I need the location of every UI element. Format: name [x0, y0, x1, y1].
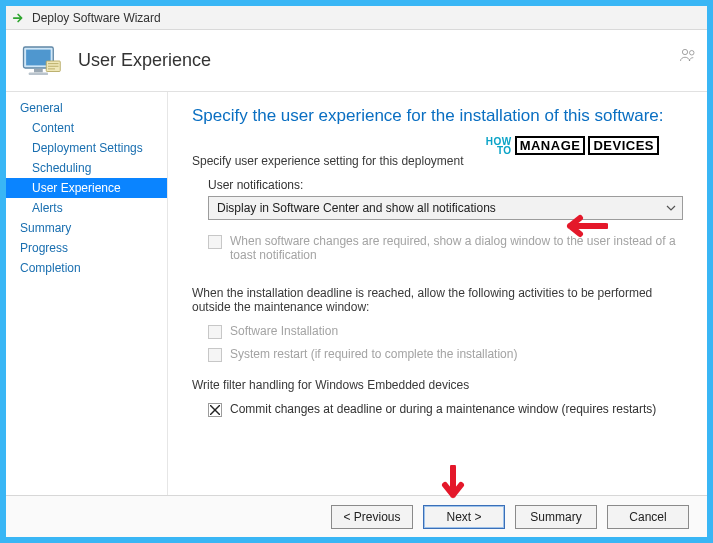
sidebar-item-completion[interactable]: Completion — [6, 258, 167, 278]
previous-button[interactable]: < Previous — [331, 505, 413, 529]
deadline-intro: When the installation deadline is reache… — [192, 286, 683, 314]
content-heading: Specify the user experience for the inst… — [192, 106, 683, 126]
toast-checkbox — [208, 235, 222, 249]
commit-changes-label: Commit changes at deadline or during a m… — [230, 402, 656, 416]
sidebar-item-general[interactable]: General — [6, 98, 167, 118]
cancel-button[interactable]: Cancel — [607, 505, 689, 529]
footer: < Previous Next > Summary Cancel — [6, 495, 707, 537]
chevron-down-icon — [666, 203, 676, 213]
svg-rect-2 — [34, 68, 43, 72]
monitor-icon — [20, 40, 62, 82]
sidebar-item-user-experience[interactable]: User Experience — [6, 178, 167, 198]
software-installation-checkbox — [208, 325, 222, 339]
header: User Experience — [6, 30, 707, 92]
section-intro: Specify user experience setting for this… — [192, 154, 683, 168]
commit-changes-checkbox[interactable] — [208, 403, 222, 417]
notifications-dropdown[interactable]: Display in Software Center and show all … — [208, 196, 683, 220]
notifications-label: User notifications: — [208, 178, 683, 192]
svg-point-8 — [682, 49, 687, 54]
window-title: Deploy Software Wizard — [32, 11, 161, 25]
annotation-arrow-down-icon — [441, 465, 465, 505]
sidebar-item-alerts[interactable]: Alerts — [6, 198, 167, 218]
sidebar-item-scheduling[interactable]: Scheduling — [6, 158, 167, 178]
titlebar: Deploy Software Wizard — [6, 6, 707, 30]
summary-button[interactable]: Summary — [515, 505, 597, 529]
svg-rect-3 — [29, 72, 48, 75]
next-button[interactable]: Next > — [423, 505, 505, 529]
watermark: HOWTO MANAGE DEVICES — [486, 136, 659, 155]
notifications-value: Display in Software Center and show all … — [217, 201, 496, 215]
content-pane: Specify the user experience for the inst… — [168, 92, 707, 495]
page-title: User Experience — [78, 50, 211, 71]
wizard-arrow-icon — [12, 11, 26, 25]
sidebar-item-progress[interactable]: Progress — [6, 238, 167, 258]
annotation-arrow-left-icon — [556, 214, 608, 238]
system-restart-label: System restart (if required to complete … — [230, 347, 517, 361]
embedded-label: Write filter handling for Windows Embedd… — [192, 378, 683, 392]
sidebar-item-summary[interactable]: Summary — [6, 218, 167, 238]
sidebar: GeneralContentDeployment SettingsSchedul… — [6, 92, 168, 495]
toast-checkbox-label: When software changes are required, show… — [230, 234, 683, 262]
software-installation-label: Software Installation — [230, 324, 338, 338]
system-restart-checkbox — [208, 348, 222, 362]
svg-point-9 — [690, 51, 695, 56]
sidebar-item-deployment-settings[interactable]: Deployment Settings — [6, 138, 167, 158]
sidebar-item-content[interactable]: Content — [6, 118, 167, 138]
people-icon — [679, 46, 697, 64]
